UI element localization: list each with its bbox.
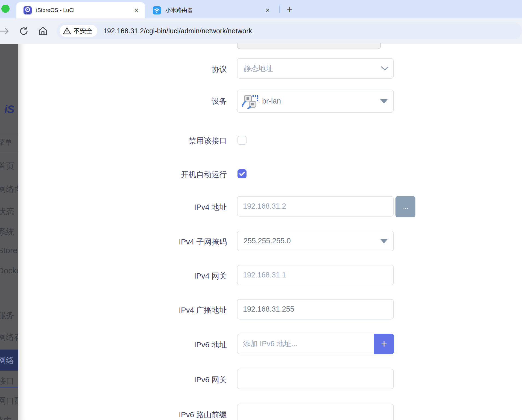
reload-button[interactable] [17,18,31,44]
sidebar-item-interfaces[interactable]: 接口 [0,375,18,387]
sidebar-item-network-storage[interactable]: 网络存储 [0,332,18,343]
window-control-green[interactable] [1,5,10,13]
wifi-router-icon [153,6,161,14]
ipv4-gateway-label: IPv4 网关 [107,271,227,281]
forward-icon [0,27,10,35]
url-text: 192.168.31.2/cgi-bin/luci/admin/network/… [103,27,252,35]
sidebar-item-network-wizard[interactable]: 网络向导 [0,184,18,195]
close-icon[interactable]: ✕ [134,7,139,14]
disable-interface-checkbox[interactable] [237,136,247,145]
sidebar-item-store[interactable]: Store [0,246,18,255]
tab-title: iStoreOS - LuCI [36,7,134,13]
tab-title: 小米路由器 [165,7,265,14]
sidebar-item-status[interactable]: 状态 [0,206,18,217]
ipv4-address-label: IPv4 地址 [107,202,227,212]
sidebar-item-network[interactable]: 网络 [0,355,18,366]
protocol-label: 协议 [107,64,227,75]
chevron-down-icon [381,66,389,71]
divider [0,151,18,151]
sidebar-item-docker[interactable]: Docker [0,266,18,275]
dropdown-arrow-icon [380,99,388,103]
openwrt-icon: Openwrt [24,6,32,14]
device-select[interactable]: br-lan [237,90,394,113]
ipv4-netmask-value: 255.255.255.0 [244,237,291,245]
security-warning-label: 不安全 [74,27,92,35]
protocol-value: 静态地址 [244,64,273,73]
warning-icon [63,27,71,35]
ipv6-address-input[interactable] [237,334,394,354]
close-icon[interactable]: ✕ [265,7,270,14]
sidebar-current-underline [0,387,18,388]
ipv6-gateway-input[interactable] [237,369,394,389]
ipv4-netmask-label: IPv4 子网掩码 [107,237,227,247]
browser-tab-strip: Openwrt iStoreOS - LuCI ✕ 小米路由器 ✕ + [0,0,522,18]
sidebar-item-system[interactable]: 系统 [0,226,18,238]
ipv6-address-label: IPv6 地址 [107,340,227,350]
home-icon [38,26,48,36]
dropdown-arrow-icon [380,239,388,243]
svg-text:Openwrt: Openwrt [25,12,30,14]
tab-mi-router[interactable]: 小米路由器 ✕ [149,2,276,18]
security-chip[interactable]: 不安全 [60,25,97,37]
auto-start-label: 开机自动运行 [107,169,227,180]
clipped-field-above [237,43,381,49]
browser-window: Openwrt iStoreOS - LuCI ✕ 小米路由器 ✕ + [0,0,522,420]
device-value: br-lan [262,97,281,105]
ipv4-address-input[interactable] [237,196,394,217]
device-label: 设备 [107,96,227,107]
tab-divider [279,5,280,13]
sidebar-logo: iS [4,103,14,116]
sidebar: iS 菜单 首页 网络向导 状态 系统 Store Docker 服务 网络存储… [0,44,18,420]
checkmark-icon [239,171,245,176]
ipv4-broadcast-input[interactable] [237,299,394,320]
disable-interface-label: 禁用该接口 [107,136,227,146]
tab-istoreos[interactable]: Openwrt iStoreOS - LuCI ✕ [16,2,145,18]
sidebar-item-services[interactable]: 服务 [0,310,18,321]
forward-button[interactable] [0,18,13,44]
interface-settings-form: 协议 静态地址 设备 [18,44,522,420]
reload-icon [19,26,29,36]
protocol-select[interactable]: 静态地址 [237,58,394,79]
ipv4-broadcast-label: IPv4 广播地址 [107,305,227,315]
more-options-button[interactable]: ... [395,196,415,217]
ipv6-prefix-label: IPv6 路由前缀 [107,410,227,420]
new-tab-button[interactable]: + [284,3,296,15]
auto-start-checkbox[interactable] [237,169,247,178]
sidebar-item-menu: 菜单 [0,138,18,147]
ipv6-prefix-input[interactable] [237,404,394,420]
divider [0,134,18,134]
browser-toolbar: 不安全 192.168.31.2/cgi-bin/luci/admin/netw… [0,18,522,44]
sidebar-item-port-config[interactable]: 网口配置 [0,395,18,407]
bridge-icon [242,94,259,109]
sidebar-item-routes[interactable]: 路由 [0,415,18,420]
ipv6-gateway-label: IPv6 网关 [107,375,227,385]
ipv4-netmask-select[interactable]: 255.255.255.0 [237,231,394,251]
sidebar-item-home[interactable]: 首页 [0,161,18,172]
add-ipv6-button[interactable]: + [374,334,394,354]
ipv4-gateway-input[interactable] [237,265,394,285]
address-bar[interactable]: 不安全 192.168.31.2/cgi-bin/luci/admin/netw… [57,22,522,39]
home-button[interactable] [36,18,50,44]
